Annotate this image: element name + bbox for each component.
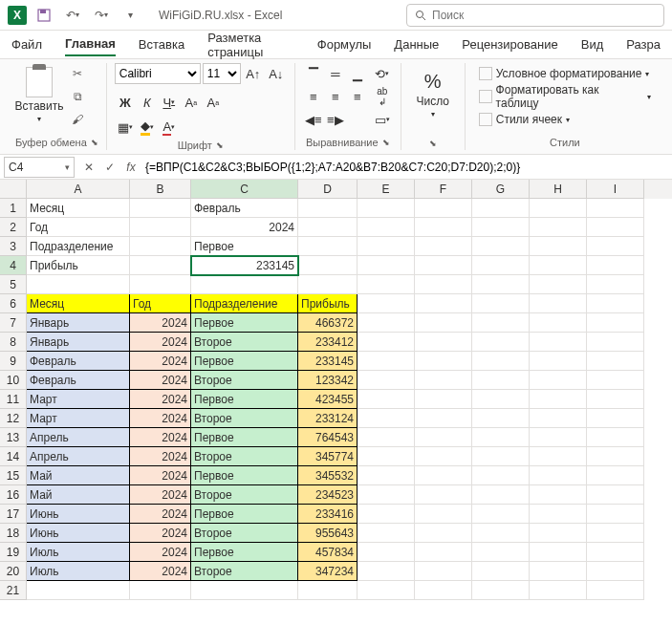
cell[interactable] [530,562,587,581]
tab-data[interactable]: Данные [394,33,439,55]
cell[interactable] [530,485,587,505]
row-header[interactable]: 19 [0,543,27,562]
copy-icon[interactable]: ⧉ [67,86,88,107]
cell[interactable] [587,428,644,447]
cell[interactable] [530,543,587,562]
cell[interactable] [587,485,644,505]
align-left-icon[interactable]: ≡ [303,86,324,107]
cell[interactable] [358,428,415,447]
redo-icon[interactable]: ↷▾ [90,4,113,27]
cell[interactable] [530,218,587,237]
font-dialog-launcher[interactable]: ⬊ [216,140,224,150]
col-header-i[interactable]: I [587,180,644,199]
cell[interactable]: Июнь [27,505,130,524]
cell[interactable]: 466372 [298,313,358,333]
cell[interactable]: Второе [191,447,298,466]
cell[interactable] [530,390,587,409]
row-header[interactable]: 8 [0,333,27,352]
cell[interactable]: Второе [191,562,298,581]
cell[interactable]: Второе [191,485,298,505]
cell[interactable] [130,237,191,256]
row-header[interactable]: 5 [0,275,27,294]
cell[interactable]: Январь [27,313,130,333]
cell[interactable] [472,313,530,333]
cell[interactable]: Март [27,409,130,428]
col-header-h[interactable]: H [530,180,587,199]
cell[interactable] [587,447,644,466]
search-box[interactable] [406,4,664,27]
cell[interactable]: Первое [191,237,298,256]
cell[interactable] [27,581,130,600]
cell[interactable] [298,199,358,218]
cell[interactable]: Февраль [27,371,130,390]
search-input[interactable] [432,9,656,22]
cell[interactable] [587,371,644,390]
tab-developer[interactable]: Разра [626,33,661,55]
cell[interactable] [472,352,530,371]
row-header[interactable]: 15 [0,466,27,485]
chevron-down-icon[interactable]: ▾ [65,162,70,172]
cell[interactable] [472,428,530,447]
cell[interactable] [587,581,644,600]
row-header[interactable]: 11 [0,390,27,409]
cell[interactable]: Подразделение [191,294,298,313]
cell[interactable] [530,524,587,543]
tab-insert[interactable]: Вставка [139,33,184,55]
cell[interactable]: Январь [27,333,130,352]
cell[interactable] [130,218,191,237]
cell[interactable] [587,409,644,428]
cell[interactable] [358,352,415,371]
cell[interactable] [358,485,415,505]
tab-review[interactable]: Рецензирование [462,33,557,55]
cell[interactable]: 2024 [130,447,191,466]
cell[interactable]: Апрель [27,447,130,466]
cell[interactable]: Июль [27,543,130,562]
decrease-indent-icon[interactable]: ◀≡ [303,109,324,130]
cell[interactable]: 764543 [298,428,358,447]
format-as-table-button[interactable]: Форматировать как таблицу▾ [473,86,657,107]
cell[interactable] [358,199,415,218]
name-box[interactable]: C4▾ [4,157,75,178]
row-header[interactable]: 18 [0,524,27,543]
row-header[interactable]: 20 [0,562,27,581]
cell[interactable] [530,256,587,275]
cell[interactable] [587,199,644,218]
cell[interactable] [530,581,587,600]
cell[interactable] [358,543,415,562]
cell[interactable] [415,390,472,409]
cell[interactable]: 2024 [130,505,191,524]
cell[interactable]: Первое [191,505,298,524]
col-header-c[interactable]: C [191,180,298,199]
merge-cells-icon[interactable]: ▭▾ [372,109,393,130]
cell[interactable] [191,275,298,294]
tab-page-layout[interactable]: Разметка страницы [207,27,294,63]
cell[interactable] [415,543,472,562]
col-header-g[interactable]: G [472,180,530,199]
cell[interactable]: 423455 [298,390,358,409]
cell[interactable] [358,409,415,428]
cell[interactable]: 123342 [298,371,358,390]
cell[interactable]: 2024 [130,333,191,352]
cell[interactable] [472,390,530,409]
cell-styles-button[interactable]: Стили ячеек▾ [473,109,575,130]
cell[interactable] [530,275,587,294]
row-header[interactable]: 2 [0,218,27,237]
cell[interactable]: Первое [191,543,298,562]
cell[interactable] [587,275,644,294]
cell[interactable] [358,390,415,409]
cell[interactable] [358,237,415,256]
row-header[interactable]: 13 [0,428,27,447]
cell[interactable]: Второе [191,333,298,352]
italic-button[interactable]: К [137,92,158,113]
cell[interactable]: Подразделение [27,237,130,256]
cell[interactable] [358,218,415,237]
cell[interactable] [130,581,191,600]
paste-button[interactable]: Вставить ▾ [15,63,63,126]
orientation-icon[interactable]: ⟲▾ [372,63,393,84]
cell[interactable] [358,371,415,390]
row-header[interactable]: 21 [0,581,27,600]
cell[interactable] [358,562,415,581]
cell[interactable] [472,218,530,237]
cell[interactable] [298,256,358,275]
cell[interactable] [587,562,644,581]
